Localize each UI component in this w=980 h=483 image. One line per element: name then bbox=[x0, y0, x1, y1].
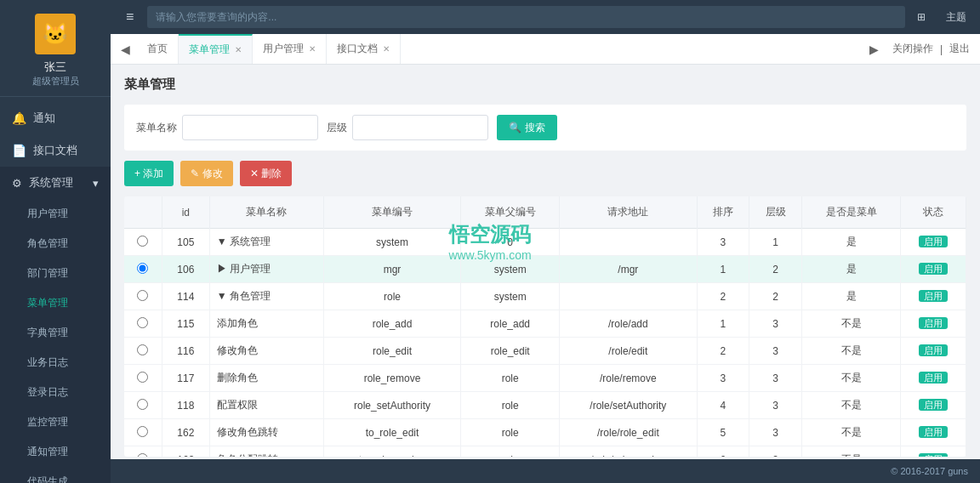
table-row: 116修改角色role_editrole_edit/role/edit23不是启… bbox=[124, 338, 966, 365]
sidebar-item-login-log[interactable]: 登录日志 bbox=[0, 378, 111, 407]
row-level: 3 bbox=[749, 419, 802, 446]
sidebar-item-monitor-mgmt[interactable]: 监控管理 bbox=[0, 407, 111, 437]
row-radio-input[interactable] bbox=[137, 263, 148, 274]
topbar-search-input[interactable] bbox=[147, 6, 905, 28]
row-parent-code: 0 bbox=[461, 229, 560, 256]
row-name: 添加角色 bbox=[209, 310, 323, 338]
content-area: 菜单管理 菜单名称 层级 🔍 搜索 + 添加 ✎ 修改 bbox=[111, 65, 980, 459]
row-radio-input[interactable] bbox=[137, 372, 148, 383]
topbar-theme-btn[interactable]: 主题 bbox=[941, 9, 971, 26]
status-badge: 启用 bbox=[919, 290, 948, 302]
row-radio-input[interactable] bbox=[137, 344, 148, 355]
row-status: 启用 bbox=[901, 310, 966, 338]
row-radio-input[interactable] bbox=[137, 317, 148, 328]
search-name-input[interactable] bbox=[182, 115, 318, 140]
sidebar-group-system-label: 系统管理 bbox=[29, 175, 73, 190]
search-button[interactable]: 🔍 搜索 bbox=[497, 115, 557, 140]
tabs-right: 关闭操作 | 退出 bbox=[886, 34, 977, 64]
topbar-grid-icon[interactable]: ⊞ bbox=[912, 9, 931, 25]
row-url: /role/setAuthority bbox=[560, 392, 697, 419]
row-url: /mgr bbox=[560, 256, 697, 283]
sidebar-item-notice-mgmt[interactable]: 通知管理 bbox=[0, 437, 111, 467]
row-radio-input[interactable] bbox=[137, 453, 148, 457]
edit-button[interactable]: ✎ 修改 bbox=[180, 161, 232, 186]
search-level-input[interactable] bbox=[352, 115, 488, 140]
tab-import-docs-close[interactable]: ✕ bbox=[383, 44, 390, 54]
delete-button[interactable]: ✕ 删除 bbox=[240, 161, 292, 186]
row-code: role_remove bbox=[323, 365, 460, 392]
row-radio-cell bbox=[124, 256, 162, 283]
row-status: 启用 bbox=[901, 338, 966, 365]
col-radio bbox=[124, 196, 162, 229]
status-badge: 启用 bbox=[919, 317, 948, 329]
row-radio-input[interactable] bbox=[137, 290, 148, 301]
tab-user-mgmt-close[interactable]: ✕ bbox=[309, 44, 316, 54]
row-id: 105 bbox=[162, 229, 209, 256]
row-radio-cell bbox=[124, 392, 162, 419]
tab-menu-mgmt-close[interactable]: ✕ bbox=[235, 45, 242, 54]
row-sort: 2 bbox=[697, 283, 749, 310]
row-radio-input[interactable] bbox=[137, 399, 148, 410]
sidebar-item-notice[interactable]: 🔔 通知 bbox=[0, 102, 111, 134]
topbar-right: ⊞ 主题 bbox=[912, 9, 971, 26]
tab-menu-mgmt-label: 菜单管理 bbox=[189, 43, 230, 57]
tab-home[interactable]: 首页 bbox=[137, 34, 179, 64]
tab-home-label: 首页 bbox=[147, 42, 168, 56]
row-level: 3 bbox=[749, 446, 802, 457]
user-name: 张三 bbox=[44, 60, 66, 75]
table-wrapper: id 菜单名称 菜单编号 菜单父编号 请求地址 排序 层级 是否是菜单 状态 1… bbox=[124, 196, 966, 457]
sidebar-item-code-gen[interactable]: 代码生成 bbox=[0, 467, 111, 483]
table-row: 118配置权限role_setAuthorityrole/role/setAut… bbox=[124, 392, 966, 419]
tab-user-mgmt[interactable]: 用户管理 ✕ bbox=[253, 34, 327, 64]
action-bar: + 添加 ✎ 修改 ✕ 删除 bbox=[124, 161, 966, 186]
row-id: 162 bbox=[162, 419, 209, 446]
sidebar-header: 🐱 张三 超级管理员 bbox=[0, 0, 111, 97]
row-radio-cell bbox=[124, 365, 162, 392]
sidebar-item-menu-mgmt[interactable]: 菜单管理 bbox=[0, 288, 111, 318]
row-name: 修改角色跳转 bbox=[209, 419, 323, 446]
row-parent-code: role bbox=[461, 392, 560, 419]
exit-btn[interactable]: 退出 bbox=[949, 42, 970, 56]
col-is-menu: 是否是菜单 bbox=[802, 196, 901, 229]
sidebar-item-dept-mgmt[interactable]: 部门管理 bbox=[0, 259, 111, 288]
sidebar-item-docs[interactable]: 📄 接口文档 bbox=[0, 134, 111, 167]
row-level: 1 bbox=[749, 229, 802, 256]
row-is-menu: 不是 bbox=[802, 446, 901, 457]
row-radio-input[interactable] bbox=[137, 426, 148, 437]
tab-nav-prev[interactable]: ◀ bbox=[114, 34, 137, 64]
hamburger-icon[interactable]: ≡ bbox=[119, 6, 140, 28]
tab-import-docs[interactable]: 接口文档 ✕ bbox=[327, 34, 401, 64]
row-level: 3 bbox=[749, 310, 802, 338]
search-name-field: 菜单名称 bbox=[136, 115, 318, 140]
row-level: 3 bbox=[749, 365, 802, 392]
status-badge: 启用 bbox=[919, 372, 948, 384]
sidebar-item-dict-mgmt[interactable]: 字典管理 bbox=[0, 318, 111, 348]
menu-table: id 菜单名称 菜单编号 菜单父编号 请求地址 排序 层级 是否是菜单 状态 1… bbox=[124, 196, 966, 457]
main: ≡ ⊞ 主题 ◀ 首页 菜单管理 ✕ 用户管理 ✕ 接口文档 ✕ bbox=[111, 0, 980, 483]
avatar: 🐱 bbox=[35, 14, 76, 54]
row-name: 修改角色 bbox=[209, 338, 323, 365]
doc-icon: 📄 bbox=[12, 144, 26, 157]
row-code: role bbox=[323, 283, 460, 310]
tab-user-mgmt-label: 用户管理 bbox=[263, 42, 304, 56]
row-name: 配置权限 bbox=[209, 392, 323, 419]
tabs-bar: ◀ 首页 菜单管理 ✕ 用户管理 ✕ 接口文档 ✕ ▶ 关闭操作 | 退出 bbox=[111, 34, 980, 65]
row-sort: 3 bbox=[697, 365, 749, 392]
sidebar-item-role-mgmt[interactable]: 角色管理 bbox=[0, 229, 111, 259]
close-all-btn[interactable]: 关闭操作 bbox=[892, 42, 933, 56]
sidebar-item-user-mgmt[interactable]: 用户管理 bbox=[0, 199, 111, 229]
row-id: 106 bbox=[162, 256, 209, 283]
add-button[interactable]: + 添加 bbox=[124, 161, 174, 186]
row-radio-input[interactable] bbox=[137, 236, 148, 247]
sidebar-item-biz-log[interactable]: 业务日志 bbox=[0, 348, 111, 378]
search-btn-label: 搜索 bbox=[525, 121, 545, 135]
sidebar-item-notice-label: 通知 bbox=[33, 111, 55, 126]
row-radio-cell bbox=[124, 419, 162, 446]
sidebar-group-system-header[interactable]: ⚙ 系统管理 ▾ bbox=[0, 167, 111, 199]
tab-menu-mgmt[interactable]: 菜单管理 ✕ bbox=[179, 34, 253, 64]
tab-nav-next[interactable]: ▶ bbox=[863, 34, 886, 64]
footer: © 2016-2017 guns bbox=[111, 459, 980, 483]
row-url: /role/edit bbox=[560, 338, 697, 365]
row-status: 启用 bbox=[901, 419, 966, 446]
row-sort: 5 bbox=[697, 419, 749, 446]
